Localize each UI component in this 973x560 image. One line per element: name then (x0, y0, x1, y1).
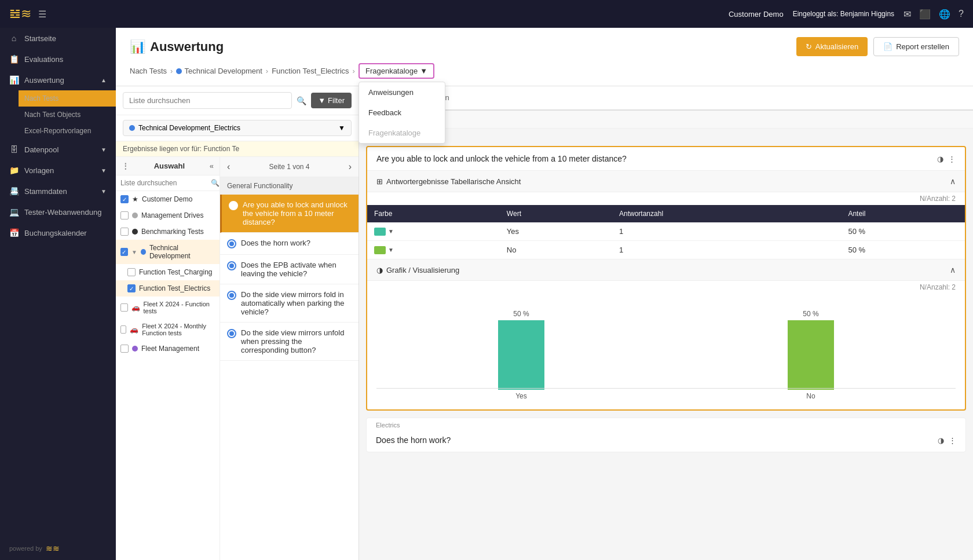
report-icon: 📄 (883, 42, 892, 51)
check-fleet-x-monthly[interactable] (120, 325, 126, 334)
sidebar-item-buchungskalender[interactable]: 📅 Buchungskalender (0, 222, 116, 243)
tree-item-benchmarking[interactable]: Benchmarking Tests (116, 224, 220, 240)
refresh-button[interactable]: ↻ Aktualisieren (796, 37, 868, 56)
selection-panel: ⋮ Auswahl « 🔍 ✓ ★ Customer Demo (116, 157, 359, 560)
question-item-3[interactable]: Does the EPB activate when leaving the v… (220, 255, 359, 284)
sidebar-item-tester-webanwendung[interactable]: 💻 Tester-Webanwendung (0, 202, 116, 222)
pie-chart-icon[interactable]: ◑ (937, 155, 943, 163)
search-input[interactable] (123, 92, 292, 109)
percent-no: 50 % (841, 241, 965, 259)
question-item-5[interactable]: Do the side view mirrors unfold when pre… (220, 323, 359, 361)
breadcrumb-tech-dev[interactable]: Technical Development (176, 67, 262, 75)
table-row-no: ▼ No 1 50 % (367, 241, 965, 259)
sidebar-item-excel-reportvorlagen[interactable]: Excel-Reportvorlagen (19, 123, 116, 139)
check-charging[interactable] (127, 268, 136, 276)
table-collapse-button[interactable]: ∧ (950, 177, 956, 186)
more-options-icon-2[interactable]: ⋮ (949, 436, 956, 445)
sidebar-item-datenpool[interactable]: 🗄 Datenpool ▼ (0, 139, 116, 160)
sidebar: ⌂ Startseite 📋 Evaluations 📊 Auswertung … (0, 28, 116, 560)
selector-dot (129, 125, 135, 131)
color-dropdown-no[interactable]: ▼ (388, 247, 394, 253)
question-section-icons: ◑ ⋮ (937, 155, 956, 163)
sidebar-item-nach-test-objects[interactable]: Nach Test Objects (19, 107, 116, 123)
question-item-2[interactable]: Does the horn work? (220, 233, 359, 255)
right-panel: gesamt einzeln Fragebögen gesamt: 2 Elec… (359, 86, 973, 560)
question-item-4[interactable]: Do the side view mirrors fold in automat… (220, 284, 359, 323)
question-item-1[interactable]: Are you able to lock and unlock the vehi… (220, 195, 359, 233)
selector-button[interactable]: Technical Development_Electrics ▼ (123, 120, 352, 136)
table-section-title: ⊞ Antwortergebnisse Tabellarische Ansich… (376, 177, 521, 186)
breadcrumb-dropdown-wrapper: Fragenkataloge ▼ Anweisungen Feedback Fr… (359, 63, 434, 79)
chart-label-no: No (806, 392, 815, 400)
collapse-icon[interactable]: « (210, 162, 214, 170)
check-benchmarking[interactable] (120, 228, 129, 236)
radio-4 (227, 291, 236, 300)
check-fleet-management[interactable] (120, 345, 129, 353)
vorlagen-icon: 📁 (9, 166, 19, 175)
dropdown-anweisungen[interactable]: Anweisungen (359, 82, 445, 103)
radio-5 (227, 329, 236, 338)
logo-icon: 𝌤≋ (9, 6, 31, 21)
category-label: General Functionality (220, 177, 359, 195)
tree-item-management-drives[interactable]: Management Drives (116, 207, 220, 224)
chart-collapse-button[interactable]: ∧ (950, 265, 956, 274)
fragenkataloge-dropdown: Anweisungen Feedback Fragenkataloge (359, 82, 445, 144)
sidebar-label-nach-test-objects: Nach Test Objects (24, 111, 81, 119)
tree-item-customer-demo[interactable]: ✓ ★ Customer Demo (116, 191, 220, 207)
color-cell-no: ▼ (374, 246, 493, 254)
color-dropdown-yes[interactable]: ▼ (388, 228, 394, 235)
more-options-icon[interactable]: ⋮ (948, 155, 956, 163)
pie-chart-icon-2[interactable]: ◑ (938, 436, 944, 445)
vorlagen-arrow-icon: ▼ (101, 167, 107, 174)
breadcrumb-nach-tests[interactable]: Nach Tests (130, 67, 167, 75)
filter-button[interactable]: ▼ Filter (311, 93, 352, 108)
sidebar-label-startseite: Startseite (24, 34, 56, 43)
tree-item-function-charging[interactable]: Function Test_Charging (116, 264, 220, 280)
sidebar-sub-auswertung: Nach Tests Nach Test Objects Excel-Repor… (0, 90, 116, 139)
report-button[interactable]: 📄 Report erstellen (873, 37, 959, 56)
value-yes: Yes (500, 222, 612, 241)
results-info-bar: Ergebnisse liegen vor für: Function Te (116, 141, 359, 157)
tree-item-technical-dev[interactable]: ✓ ▼ Technical Development (116, 240, 220, 264)
tree-item-function-electrics[interactable]: ✓ Function Test_Electrics (116, 280, 220, 297)
sidebar-item-nach-tests[interactable]: Nach Tests (19, 90, 116, 107)
check-technical-dev[interactable]: ✓ (120, 248, 128, 256)
col-wert: Wert (500, 205, 612, 222)
page-title: 📊 Auswertung (130, 39, 224, 54)
breadcrumb-function-test[interactable]: Function Test_Electrics (272, 67, 349, 75)
help-icon[interactable]: ? (959, 9, 964, 20)
check-electrics[interactable]: ✓ (127, 284, 136, 292)
car-icon-fleet-monthly: 🚗 (130, 325, 138, 334)
breadcrumb-fragenkataloge[interactable]: Fragenkataloge ▼ (359, 63, 434, 79)
col-farbe: Farbe (367, 205, 500, 222)
tree-search-input[interactable] (120, 179, 207, 187)
refresh-icon: ↻ (806, 42, 812, 51)
home-icon: ⌂ (9, 34, 19, 43)
tree-item-fleet-management[interactable]: Fleet Management (116, 341, 220, 357)
tree-item-fleet-x-function[interactable]: 🚗 Fleet X 2024 - Function tests (116, 297, 220, 319)
check-fleet-x-function[interactable] (120, 303, 128, 312)
sidebar-item-vorlagen[interactable]: 📁 Vorlagen ▼ (0, 160, 116, 181)
customer-name: Customer Demo (729, 10, 784, 19)
body-split: 🔍 ▼ Filter Technical Development_Electri… (116, 86, 973, 560)
top-nav: 𝌤≋ ☰ Customer Demo Eingeloggt als: Benja… (0, 0, 973, 28)
sidebar-item-auswertung[interactable]: 📊 Auswertung ▲ (0, 69, 116, 90)
next-page-button[interactable]: › (349, 162, 352, 172)
sidebar-label-kalender: Buchungskalender (24, 229, 87, 237)
count-no: 1 (612, 241, 841, 259)
prev-page-button[interactable]: ‹ (227, 162, 230, 172)
tree-item-fleet-x-monthly[interactable]: 🚗 Fleet X 2024 - Monthly Function tests (116, 319, 220, 341)
globe-icon[interactable]: 🌐 (939, 9, 950, 20)
sidebar-item-evaluations[interactable]: 📋 Evaluations (0, 49, 116, 69)
sidebar-item-startseite[interactable]: ⌂ Startseite (0, 28, 116, 49)
sidebar-item-stammdaten[interactable]: 📇 Stammdaten ▼ (0, 181, 116, 202)
dropdown-feedback[interactable]: Feedback (359, 103, 445, 123)
mail-icon[interactable]: ✉ (904, 9, 911, 20)
sidebar-label-nach-tests: Nach Tests (24, 94, 58, 103)
check-management-drives[interactable] (120, 211, 129, 219)
menu-toggle-icon[interactable]: ☰ (38, 9, 46, 20)
sidebar-label-vorlagen: Vorlagen (24, 166, 54, 175)
chart-n-count: N/Anzahl: 2 (367, 281, 965, 294)
logout-icon[interactable]: ⬛ (919, 9, 931, 20)
check-customer-demo[interactable]: ✓ (120, 195, 129, 203)
